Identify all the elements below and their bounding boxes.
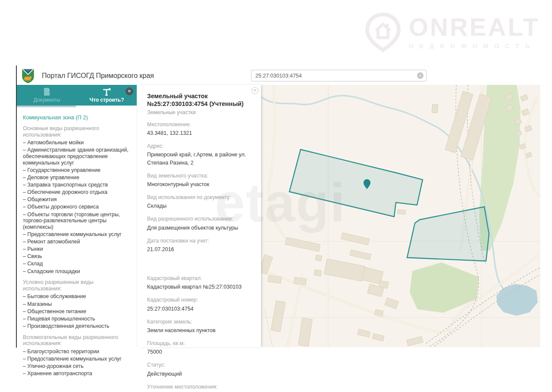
detail-field: Категория земель:Земли населенных пункто… [147, 318, 252, 334]
detail-field-label: Адрес: [147, 143, 252, 150]
use-section-heading: Условно разрешенные виды использования: [23, 279, 131, 292]
use-item: – Заправка транспортных средств [23, 182, 131, 188]
use-item: – Обеспечение дорожного отдыха [23, 189, 131, 196]
detail-field: Адрес:Приморский край, г.Артем, в районе… [147, 143, 252, 166]
crane-icon [102, 88, 112, 96]
search-clear-icon[interactable]: × [417, 72, 423, 79]
search-box: × [251, 70, 427, 81]
use-item: – Связь [23, 253, 131, 260]
tab-indicator [17, 106, 76, 107]
detail-field-value: 75000 [147, 348, 252, 356]
tab-documents[interactable]: Документы [17, 85, 77, 106]
detail-field: Кадастровый квартал:Кадастровый квартал … [147, 275, 252, 291]
brand-subtitle: НЕДВИЖИМОСТЬ [409, 42, 540, 50]
tab-what-to-build-label: Что строить? [90, 97, 124, 103]
detail-field-value: 21.07.2016 [147, 246, 252, 253]
document-icon [43, 88, 50, 96]
use-item: – Государственное управление [23, 167, 131, 174]
use-item: – Складские площадки [23, 268, 131, 275]
zone-link[interactable]: Коммунальная зона (П 2) [23, 114, 131, 121]
detail-field: Вид земельного участка:Многоконтурный уч… [147, 172, 252, 188]
detail-field: Уточнение местоположения:Уточнение место… [147, 383, 252, 392]
use-item: – Бытовое обслуживание [23, 293, 131, 300]
use-item: – Рынки [23, 246, 131, 252]
house-pin-icon [362, 11, 404, 53]
primorsky-coat-of-arms [22, 69, 34, 83]
detail-field-value: Приморский край, г.Артем, в районе ул. С… [147, 151, 252, 166]
use-item: – Ремонт автомобилей [23, 239, 131, 245]
detail-field-label: Категория земель: [147, 318, 252, 326]
details-close-button[interactable]: ✕ [251, 87, 258, 94]
detail-field-value: Для размещения объектов культуры [147, 224, 252, 232]
sidebar-panel: Документы Что строить? ✕ Коммунальная зо… [17, 85, 137, 347]
use-item: – Объекты дорожного сервиса [23, 204, 131, 210]
detail-field-value: Многоконтурный участок [147, 180, 252, 188]
detail-field-value: 43.3481, 132.1321 [147, 129, 252, 137]
detail-field: Кадастровый номер:25:27:030103:4754 [147, 296, 252, 312]
detail-field: Вид разрешенного использования:Для разме… [147, 215, 252, 231]
use-item: – Хранение автотранспорта [23, 370, 131, 377]
sidebar-tabs-header: Документы Что строить? ✕ [17, 85, 137, 106]
detail-field: Местоположение:43.3481, 132.1321 [147, 121, 252, 137]
sidebar-content: Коммунальная зона (П 2) Основные виды ра… [17, 106, 137, 382]
tab-documents-label: Документы [34, 97, 60, 103]
search-input[interactable] [251, 70, 427, 81]
parcel-details-panel: ✕ Земельный участок №25:27:030103:4754 (… [139, 85, 261, 347]
detail-field-label: Вид земельного участка: [147, 172, 252, 180]
sidebar-sections: Основные виды разрешенного использования… [23, 125, 131, 377]
detail-field-label: Местоположение: [147, 121, 252, 128]
brand-watermark: ONREALT НЕДВИЖИМОСТЬ [362, 11, 540, 53]
sidebar-close-button[interactable]: ✕ [125, 87, 133, 95]
detail-field: Вид использования по документу:Склады [147, 194, 252, 210]
use-item: – Предоставление коммунальных услуг [23, 231, 131, 238]
use-item: – Склад [23, 261, 131, 267]
detail-field-value: 25:27:030103:4754 [147, 305, 252, 313]
use-item: – Деловое управление [23, 174, 131, 181]
detail-field-label: Уточнение местоположения: [147, 383, 252, 391]
use-item: – Общественное питание [23, 308, 131, 315]
detail-field-label: Дата постановки на учет: [147, 237, 252, 245]
detail-field-value: Земли населенных пунктов [147, 327, 252, 334]
detail-field-value: Действующий [147, 370, 252, 378]
header: Портал ГИСОГД Приморского края × [17, 67, 540, 85]
map-canvas[interactable] [261, 85, 540, 347]
use-item: – Автомобильные мойки [23, 140, 131, 146]
use-item: – Магазины [23, 301, 131, 308]
use-section-heading: Основные виды разрешенного использования… [23, 125, 131, 138]
detail-field-label: Вид разрешенного использования: [147, 215, 252, 223]
detail-field-label: Площадь, кв.м: [147, 340, 252, 347]
use-item: – Предоставление коммунальных услуг [23, 356, 131, 362]
detail-field: Статус:Действующий [147, 361, 252, 377]
page-title: Портал ГИСОГД Приморского края [42, 72, 154, 80]
detail-field-label: Вид использования по документу: [147, 194, 252, 201]
detail-field: Дата постановки на учет:21.07.2016 [147, 237, 252, 253]
parcel-fields: Местоположение:43.3481, 132.1321Адрес:Пр… [147, 121, 252, 392]
use-item: – Благоустройство территории [23, 348, 131, 355]
use-item: – Улично-дорожная сеть [23, 363, 131, 370]
use-item: – Административные здания организаций, о… [23, 147, 131, 166]
detail-field-label: Кадастровый номер: [147, 296, 252, 304]
detail-field-label: Статус: [147, 361, 252, 369]
detail-field-label: Кадастровый квартал: [147, 275, 252, 282]
detail-field-value: Кадастровый квартал №25:27:030103 [147, 283, 252, 291]
parcel-title: Земельный участок №25:27:030103:4754 (Уч… [147, 92, 252, 108]
use-item: – Пищевая промышленность [23, 316, 131, 322]
parcel-polygon-main[interactable] [289, 149, 423, 217]
use-section-heading: Вспомогательные виды разрешенного исполь… [23, 334, 131, 347]
brand-name: ONREALT [409, 15, 540, 40]
detail-field: Площадь, кв.м:75000 [147, 340, 252, 356]
use-item: – Общежития [23, 196, 131, 203]
detail-field-value: Склады [147, 202, 252, 210]
parcel-subtitle: Земельные участки [147, 109, 252, 115]
use-item: – Объекты торговли (торговые центры, тор… [23, 212, 131, 230]
parcel-polygon-secondary[interactable] [407, 207, 489, 261]
use-item: – Производственная деятельность [23, 323, 131, 330]
